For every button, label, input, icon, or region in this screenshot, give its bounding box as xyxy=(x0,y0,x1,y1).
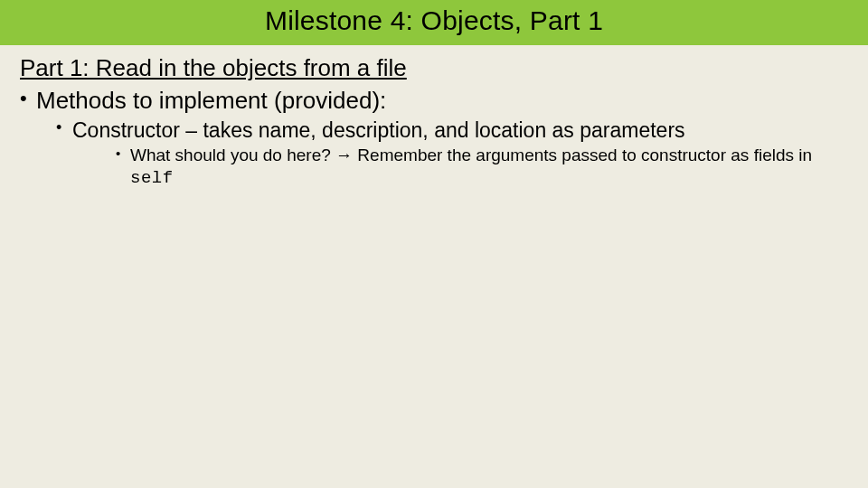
list-item: What should you do here? → Remember the … xyxy=(116,145,848,190)
title-bar: Milestone 4: Objects, Part 1 xyxy=(0,0,868,45)
bullet-list-level-1: Methods to implement (provided): Constru… xyxy=(20,86,848,190)
code-token-self: self xyxy=(130,168,174,188)
list-item-text: Methods to implement (provided): xyxy=(36,87,386,114)
section-heading: Part 1: Read in the objects from a file xyxy=(20,54,848,82)
slide: Milestone 4: Objects, Part 1 Part 1: Rea… xyxy=(0,0,868,488)
bullet-list-level-2: Constructor – takes name, description, a… xyxy=(36,117,848,190)
slide-title: Milestone 4: Objects, Part 1 xyxy=(265,5,603,35)
list-item: Methods to implement (provided): Constru… xyxy=(20,86,848,190)
list-item: Constructor – takes name, description, a… xyxy=(56,117,848,190)
slide-body: Part 1: Read in the objects from a file … xyxy=(0,45,868,190)
bullet-list-level-3: What should you do here? → Remember the … xyxy=(72,145,848,190)
list-item-text: Constructor – takes name, description, a… xyxy=(72,118,685,142)
list-item-text: What should you do here? → Remember the … xyxy=(130,145,812,164)
